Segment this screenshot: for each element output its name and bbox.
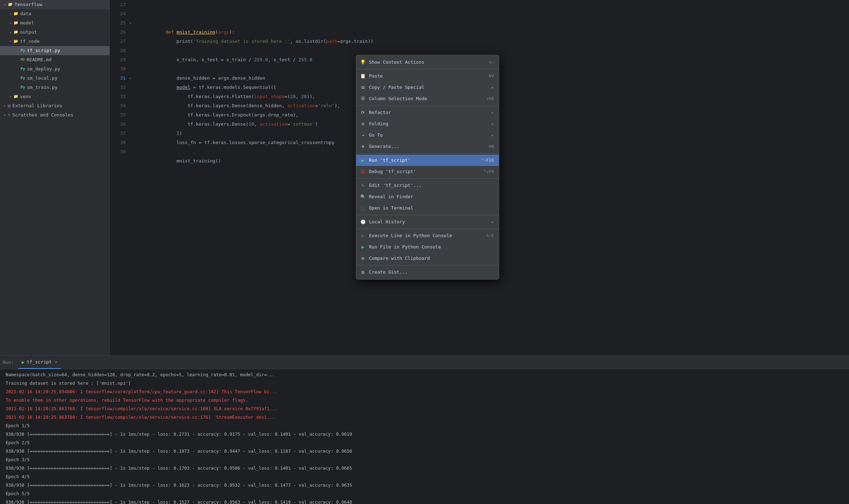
expand-arrow xyxy=(8,19,13,27)
github-icon: ⚙ xyxy=(360,268,366,276)
menu-item-run-file[interactable]: ▶ Run File in Python Console xyxy=(356,241,499,253)
menu-item-run[interactable]: ▶ Run 'tf_script' ⌃⇧F10 xyxy=(356,155,499,166)
menu-item-compare[interactable]: ⊞ Compare with Clipboard xyxy=(356,253,499,264)
run-tab[interactable]: ▶ tf_script × xyxy=(18,356,61,369)
sidebar-item-data[interactable]: 📁 data xyxy=(0,9,109,18)
bottom-panel: Run: ▶ tf_script × Namespace(batch_size=… xyxy=(0,355,849,504)
menu-item-shortcut: ⌘V xyxy=(489,72,494,80)
sidebar-item-label: output xyxy=(20,28,37,36)
sidebar-item-tensorflow[interactable]: 📁 Tensorflow xyxy=(0,0,109,9)
expand-arrow xyxy=(8,10,13,18)
debug-icon: 🐞 xyxy=(360,168,366,176)
expand-arrow xyxy=(2,102,8,110)
menu-item-label: Edit 'tf_script'... xyxy=(369,182,422,189)
run-tab-label: tf_script xyxy=(27,359,52,365)
output-line: 938/938 [==============================]… xyxy=(6,447,843,456)
sidebar-item-smtrain[interactable]: Py sm_train.py xyxy=(0,83,109,92)
submenu-arrow-icon: ▸ xyxy=(491,109,494,116)
line-numbers: 23 24 25 26 27 28 29 30 31 32 33 34 35 3… xyxy=(110,0,129,355)
code-line-24 xyxy=(138,9,849,18)
close-tab-button[interactable]: × xyxy=(55,359,57,365)
output-line-error: 2021-02-16 14:20:25.834606: I tensorflow… xyxy=(6,388,843,396)
sidebar-item-label: data xyxy=(20,10,31,18)
output-line: Namespace(batch_size=64, dense_hidden=12… xyxy=(6,371,843,379)
menu-item-label: Generate... xyxy=(369,143,399,150)
menu-item-goto[interactable]: → Go To ▸ xyxy=(356,130,499,141)
menu-separator xyxy=(356,69,499,69)
menu-item-shortcut: ⌃⇧F9 xyxy=(484,168,494,176)
copy-icon: ⧉ xyxy=(360,84,366,91)
output-line: Epoch 2/5 xyxy=(6,439,843,447)
menu-item-shortcut: ⌥⏎ xyxy=(489,58,494,66)
output-line: 938/938 [==============================]… xyxy=(6,464,843,472)
menu-item-label: Reveal in Finder xyxy=(369,193,413,201)
menu-item-context-actions[interactable]: 💡 Show Context Actions ⌥⏎ xyxy=(356,57,499,68)
run-icon: ▶ xyxy=(360,156,366,164)
submenu-arrow-icon: ▸ xyxy=(491,84,494,91)
sidebar-item-label: Scratches and Consoles xyxy=(12,111,73,119)
menu-item-terminal[interactable]: ⬛ Open in Terminal xyxy=(356,202,499,214)
menu-item-label: Folding xyxy=(369,120,388,128)
sidebar-item-label: README.md xyxy=(27,56,51,64)
menu-item-execute-line[interactable]: ▷ Execute Line in Python Console ⌥⇧E xyxy=(356,230,499,241)
output-line: Epoch 3/5 xyxy=(6,456,843,464)
column-icon: ⦿ xyxy=(360,95,366,103)
run-tab-bar: Run: ▶ tf_script × xyxy=(0,356,849,369)
menu-item-local-history[interactable]: 🕐 Local History ▸ xyxy=(356,216,499,228)
menu-separator xyxy=(356,105,499,106)
goto-icon: → xyxy=(360,131,366,139)
expand-arrow xyxy=(8,28,13,36)
expand-arrow xyxy=(2,1,8,8)
code-line-23 xyxy=(138,0,849,9)
sidebar-item-label: sm_deploy.py xyxy=(27,65,60,73)
run-label: Run: xyxy=(3,360,14,365)
sidebar-item-tfcode[interactable]: 📂 tf_code xyxy=(0,37,109,46)
sidebar-item-smlocal[interactable]: Py sm_local.py xyxy=(0,74,109,83)
runpy-icon: ▶ xyxy=(360,243,366,251)
sidebar-item-scratches[interactable]: ✎ Scratches and Consoles xyxy=(0,110,109,120)
menu-item-label: Copy / Paste Special xyxy=(369,84,424,91)
menu-item-refactor[interactable]: ⟳ Refactor ▸ xyxy=(356,107,499,118)
code-line-26: print('Training dataset is stored here :… xyxy=(138,28,849,37)
sidebar-item-output[interactable]: 📁 output xyxy=(0,28,109,37)
menu-item-create-gist[interactable]: ⚙ Create Gist... xyxy=(356,267,499,278)
menu-separator xyxy=(356,229,499,229)
output-line: Epoch 5/5 xyxy=(6,489,843,498)
menu-item-paste[interactable]: 📋 Paste ⌘V xyxy=(356,70,499,82)
context-menu: 💡 Show Context Actions ⌥⏎ 📋 Paste ⌘V ⧉ C… xyxy=(356,55,499,280)
menu-item-label: Create Gist... xyxy=(369,268,408,276)
sidebar-item-extlib[interactable]: ▤ External Libraries xyxy=(0,101,109,110)
generate-icon: ⊕ xyxy=(360,143,366,150)
submenu-arrow-icon: ▸ xyxy=(491,131,494,139)
sidebar-item-label: External Libraries xyxy=(12,102,62,110)
menu-item-shortcut: ⇧⌘8 xyxy=(486,95,494,103)
terminal-icon: ⬛ xyxy=(360,204,366,212)
menu-item-debug[interactable]: 🐞 Debug 'tf_script' ⌃⇧F9 xyxy=(356,166,499,177)
sidebar-item-model[interactable]: 📁 model xyxy=(0,18,109,28)
output-line-error: 2021-02-16 14:20:25.863780: I tensorflow… xyxy=(6,413,843,422)
execute-icon: ▷ xyxy=(360,232,366,240)
expand-arrow xyxy=(2,111,8,119)
expand-arrow xyxy=(8,38,13,45)
menu-item-label: Show Context Actions xyxy=(369,58,424,66)
sidebar-item-tfscript[interactable]: Py tf_script.py xyxy=(0,46,109,55)
menu-item-shortcut: ⌃⇧F10 xyxy=(481,156,494,164)
history-icon: 🕐 xyxy=(360,218,366,226)
sidebar-item-smdeploy[interactable]: Py sm_deploy.py xyxy=(0,64,109,74)
sidebar-item-venv[interactable]: 📁 venv xyxy=(0,92,109,101)
menu-item-reveal[interactable]: 🔍 Reveal in Finder xyxy=(356,191,499,202)
sidebar-item-readme[interactable]: MD README.md xyxy=(0,55,109,64)
menu-separator xyxy=(356,153,499,154)
compare-icon: ⊞ xyxy=(360,254,366,262)
menu-item-copy-paste-special[interactable]: ⧉ Copy / Paste Special ▸ xyxy=(356,82,499,93)
menu-separator xyxy=(356,265,499,265)
menu-item-generate[interactable]: ⊕ Generate... ⌘N xyxy=(356,141,499,152)
menu-item-label: Column Selection Mode xyxy=(369,95,427,103)
menu-item-column-selection[interactable]: ⦿ Column Selection Mode ⇧⌘8 xyxy=(356,93,499,104)
output-line-error: 2021-02-16 14:20:25.863768: I tensorflow… xyxy=(6,405,843,413)
menu-item-edit[interactable]: ✎ Edit 'tf_script'... xyxy=(356,180,499,191)
run-tab-icon: ▶ xyxy=(22,359,24,365)
menu-separator xyxy=(356,178,499,179)
menu-item-shortcut: ⌥⇧E xyxy=(486,232,494,240)
menu-item-folding[interactable]: ⊟ Folding ▸ xyxy=(356,118,499,130)
